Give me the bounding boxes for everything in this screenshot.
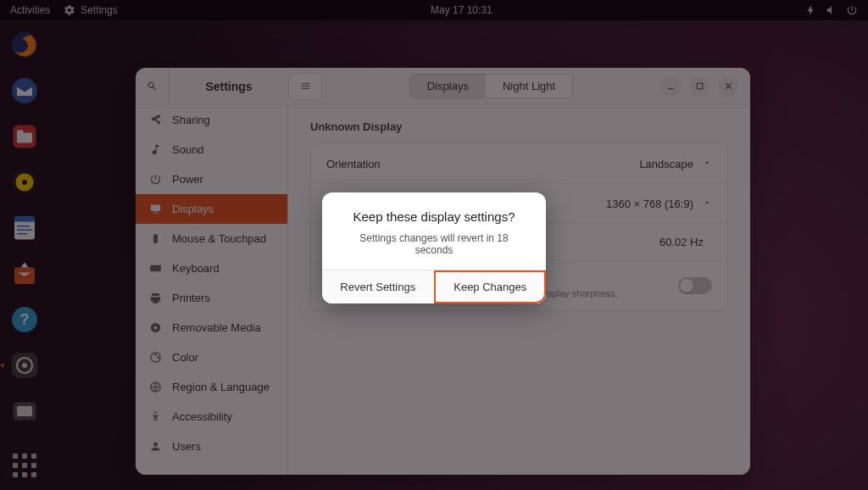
revert-button[interactable]: Revert Settings — [322, 270, 434, 303]
dialog-message: Settings changes will revert in 18 secon… — [341, 232, 527, 256]
keep-button[interactable]: Keep Changes — [434, 270, 547, 303]
confirm-dialog: Keep these display settings? Settings ch… — [322, 192, 546, 303]
dialog-title: Keep these display settings? — [341, 209, 527, 224]
